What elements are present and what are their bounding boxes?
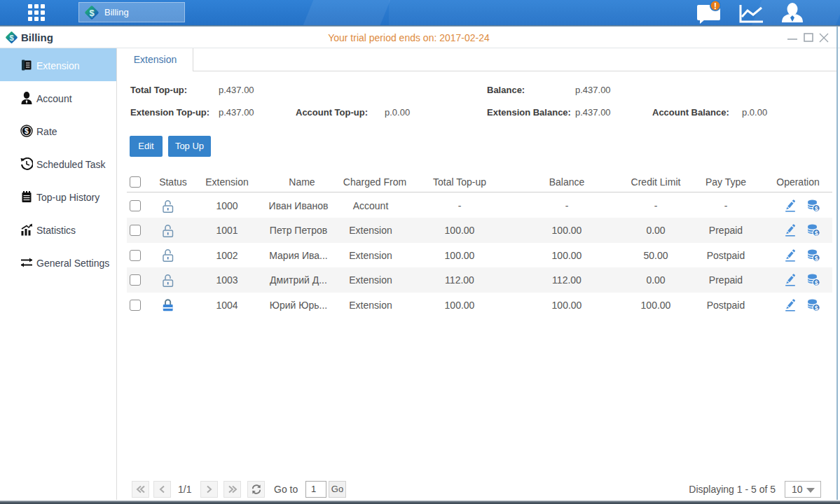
svg-text:!: ! bbox=[714, 1, 717, 11]
svg-text:$: $ bbox=[815, 230, 818, 237]
svg-text:$: $ bbox=[815, 304, 818, 311]
svg-text:$: $ bbox=[815, 279, 818, 286]
svg-text:$: $ bbox=[815, 205, 818, 212]
svg-text:$: $ bbox=[815, 255, 818, 262]
svg-text:$: $ bbox=[89, 8, 95, 18]
svg-text:$: $ bbox=[25, 127, 29, 135]
